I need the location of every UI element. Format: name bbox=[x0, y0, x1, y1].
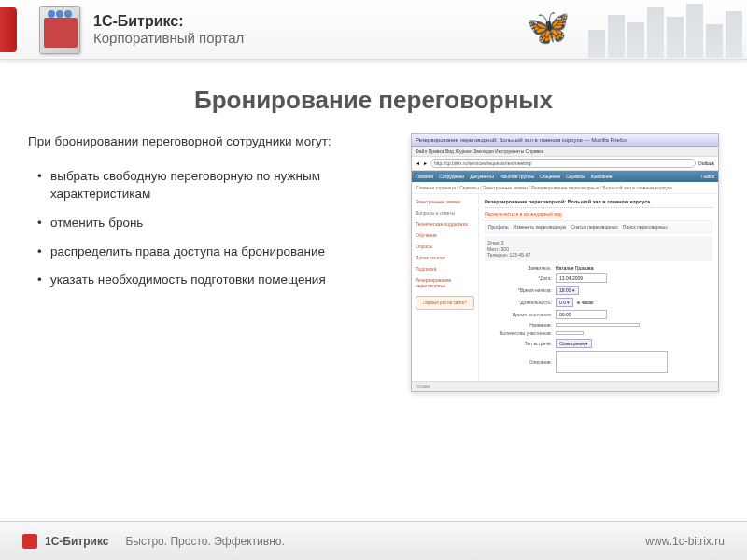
footer-brand: 1С-Битрикс bbox=[45, 535, 108, 548]
city-skyline bbox=[588, 0, 747, 60]
label-name: Название: bbox=[485, 322, 552, 328]
select-duration[interactable]: 0:0 ▾ bbox=[556, 298, 573, 307]
info-phone: Телефон: 123-45-67 bbox=[487, 252, 710, 259]
address-bar-row: ◄ ► http://cp.bitrix.ru/services/request… bbox=[412, 157, 718, 171]
select-start[interactable]: 18:00 ▾ bbox=[556, 286, 579, 295]
red-accent bbox=[0, 7, 17, 52]
toolbar: Профиль Изменить переговорную Список пер… bbox=[485, 220, 712, 233]
page-title: Резервирование переговорной: Большой зал… bbox=[485, 199, 712, 208]
toolbar-edit[interactable]: Изменить переговорную bbox=[514, 224, 567, 230]
sidebar-item[interactable]: Опросы bbox=[416, 244, 474, 249]
bullet-item: распределить права доступа на бронирован… bbox=[37, 244, 392, 261]
duration-unit: в часах bbox=[577, 300, 593, 305]
tab-employees[interactable]: Сотрудники bbox=[439, 174, 464, 179]
portal-body: Электронные заявки Вопросы и ответы Техн… bbox=[412, 194, 718, 381]
main-panel: Резервирование переговорной: Большой зал… bbox=[479, 194, 718, 381]
tab-home[interactable]: Главная bbox=[416, 174, 433, 179]
first-time-banner[interactable]: Первый раз на сайте? bbox=[416, 296, 474, 310]
tab-groups[interactable]: Рабочие группы bbox=[500, 174, 534, 179]
label-end: Время окончания: bbox=[485, 312, 552, 317]
toolbar-search[interactable]: Поиск переговорных bbox=[623, 224, 668, 230]
label-duration: Длительность: bbox=[485, 300, 552, 305]
footer-logo-icon bbox=[22, 534, 37, 549]
page-header: 1С-Битрикс: Корпоративный портал 🦋 bbox=[0, 0, 747, 60]
booking-form: Заявитель:Наталья Громова Дата:13.04.200… bbox=[485, 265, 712, 373]
label-applicant: Заявитель: bbox=[485, 265, 552, 271]
brand-block: 1С-Битрикс: Корпоративный портал bbox=[93, 13, 244, 46]
portal-tabs: Главная Сотрудники Документы Рабочие гру… bbox=[412, 171, 718, 182]
sidebar: Электронные заявки Вопросы и ответы Техн… bbox=[412, 194, 479, 381]
footer-url: www.1c-bitrix.ru bbox=[645, 535, 725, 548]
butterfly-icon: 🦋 bbox=[526, 9, 570, 45]
sidebar-item[interactable]: Резервирование переговорных bbox=[416, 277, 474, 288]
sidebar-item[interactable]: Доска ссылок bbox=[416, 255, 474, 260]
calendar-view-link[interactable]: Переключиться в календарный вид bbox=[485, 211, 712, 217]
outlook-button[interactable]: Outlook bbox=[698, 161, 714, 166]
label-count: Количество участников: bbox=[485, 330, 552, 336]
forward-icon[interactable]: ► bbox=[423, 161, 428, 166]
tab-company[interactable]: Компания bbox=[591, 174, 613, 179]
select-type[interactable]: Совещание ▾ bbox=[556, 339, 592, 348]
text-column: При бронировании переговорной сотрудники… bbox=[28, 133, 392, 392]
toolbar-profile[interactable]: Профиль bbox=[488, 224, 509, 230]
label-date: Дата: bbox=[485, 275, 552, 281]
breadcrumb: Главная страница / Сервисы / Электронные… bbox=[412, 182, 718, 194]
slide-title: Бронирование переговорных bbox=[0, 86, 747, 115]
brand-subtitle: Корпоративный портал bbox=[93, 30, 244, 46]
bullet-list: выбрать свободную переговорную по нужным… bbox=[28, 168, 392, 289]
toolbar-list[interactable]: Список переговорных bbox=[571, 224, 618, 230]
input-count[interactable] bbox=[556, 331, 584, 335]
tab-services[interactable]: Сервисы bbox=[566, 174, 585, 179]
status-bar: Готово bbox=[412, 381, 718, 391]
bullet-item: указать необходимость подготовки помещен… bbox=[37, 272, 392, 289]
footer-tagline: Быстро. Просто. Эффективно. bbox=[125, 535, 284, 548]
brand-name: 1С-Битрикс: bbox=[93, 13, 244, 30]
sidebar-item[interactable]: Электронные заявки bbox=[416, 199, 474, 204]
intro-text: При бронировании переговорной сотрудники… bbox=[28, 133, 392, 151]
sidebar-item[interactable]: Техническая поддержка bbox=[416, 221, 474, 227]
label-start: Время начала: bbox=[485, 287, 552, 293]
room-info: Этаж: 3 Мест: 300 Телефон: 123-45-67 bbox=[485, 237, 712, 261]
input-date[interactable]: 13.04.2009 bbox=[556, 273, 607, 283]
browser-mock: Резервирование переговорной: Большой зал… bbox=[411, 133, 719, 392]
input-name[interactable] bbox=[556, 323, 640, 327]
sidebar-item[interactable]: Обучение bbox=[416, 232, 474, 238]
textarea-desc[interactable] bbox=[556, 351, 668, 373]
product-box-icon bbox=[39, 6, 80, 54]
bullet-item: отменить бронь bbox=[37, 215, 392, 232]
search-label[interactable]: Поиск bbox=[701, 174, 714, 179]
sidebar-item[interactable]: Вопросы и ответы bbox=[416, 210, 474, 216]
bullet-item: выбрать свободную переговорную по нужным… bbox=[37, 168, 392, 203]
label-type: Тип встречи: bbox=[485, 341, 552, 346]
content-row: При бронировании переговорной сотрудники… bbox=[0, 133, 747, 392]
input-end[interactable]: 00:00 bbox=[556, 310, 607, 319]
sidebar-item[interactable]: Подписка bbox=[416, 266, 474, 272]
address-bar[interactable]: http://cp.bitrix.ru/services/requests/re… bbox=[430, 159, 696, 168]
page-footer: 1С-Битрикс Быстро. Просто. Эффективно. w… bbox=[0, 521, 747, 560]
tab-comm[interactable]: Общение bbox=[540, 174, 560, 179]
window-title: Резервирование переговорной: Большой зал… bbox=[412, 134, 718, 147]
label-desc: Описание: bbox=[485, 359, 552, 365]
value-applicant: Наталья Громова bbox=[556, 265, 594, 271]
tab-docs[interactable]: Документы bbox=[470, 174, 494, 179]
back-icon[interactable]: ◄ bbox=[416, 161, 420, 166]
browser-menu[interactable]: Файл Правка Вид Журнал Закладки Инструме… bbox=[412, 147, 718, 157]
screenshot-column: Резервирование переговорной: Большой зал… bbox=[411, 133, 719, 392]
